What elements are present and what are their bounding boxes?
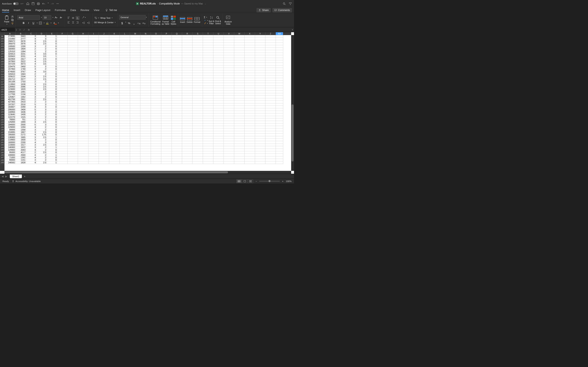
cell[interactable] <box>130 68 140 70</box>
cell[interactable] <box>224 111 234 113</box>
cell[interactable] <box>255 156 265 159</box>
cell[interactable] <box>57 68 68 70</box>
cell[interactable] <box>88 121 99 123</box>
cell[interactable]: 2.5 <box>36 98 47 101</box>
cell[interactable] <box>120 108 130 111</box>
undo-dropdown-icon[interactable]: ▾ <box>48 2 49 5</box>
cell[interactable] <box>68 50 78 53</box>
normal-view-icon[interactable] <box>236 179 242 183</box>
cell[interactable] <box>265 98 276 101</box>
add-sheet-button[interactable]: + <box>23 174 27 178</box>
cell[interactable] <box>192 60 203 63</box>
cell[interactable] <box>151 159 161 161</box>
cell[interactable] <box>57 133 68 136</box>
cell[interactable] <box>161 136 172 139</box>
cell[interactable] <box>109 103 120 106</box>
cell[interactable] <box>109 126 120 128</box>
cell[interactable]: 2096 <box>16 86 26 88</box>
cell[interactable]: 99999 <box>4 128 16 131</box>
cell[interactable] <box>224 91 234 93</box>
cell[interactable] <box>182 128 192 131</box>
cell[interactable] <box>68 151 78 154</box>
cell[interactable] <box>255 83 265 85</box>
cell[interactable] <box>203 38 213 40</box>
cell[interactable]: 1 <box>47 38 57 40</box>
cell[interactable] <box>276 48 283 50</box>
cell[interactable] <box>192 161 203 164</box>
align-bottom-icon[interactable] <box>76 16 80 20</box>
row-header[interactable]: 120 <box>0 88 4 91</box>
column-header-b[interactable]: B <box>16 32 26 35</box>
row-header[interactable]: 131 <box>0 116 4 118</box>
cell[interactable] <box>161 53 172 55</box>
cell[interactable] <box>172 66 182 68</box>
cell[interactable] <box>213 146 224 149</box>
cell[interactable] <box>140 45 151 48</box>
cell[interactable]: 0 <box>47 40 57 43</box>
cell[interactable] <box>99 106 109 108</box>
orientation-icon[interactable]: ▾ <box>82 16 86 20</box>
cell[interactable] <box>88 60 99 63</box>
underline-dropdown-icon[interactable]: ▾ <box>37 22 38 24</box>
cell[interactable]: 136900 <box>4 136 16 139</box>
cell[interactable] <box>78 70 88 73</box>
cell[interactable] <box>192 133 203 136</box>
cell[interactable] <box>203 58 213 60</box>
cell[interactable] <box>203 50 213 53</box>
cell[interactable] <box>182 101 192 103</box>
cell[interactable] <box>78 133 88 136</box>
cell[interactable] <box>203 103 213 106</box>
cell[interactable] <box>234 50 245 53</box>
cell[interactable] <box>130 146 140 149</box>
cell[interactable] <box>130 96 140 98</box>
cell[interactable] <box>265 113 276 116</box>
cell[interactable]: 0 <box>47 106 57 108</box>
cell[interactable] <box>68 133 78 136</box>
cell[interactable] <box>120 75 130 78</box>
cell[interactable] <box>68 108 78 111</box>
cell[interactable] <box>172 126 182 128</box>
cell[interactable] <box>161 113 172 116</box>
cell[interactable] <box>192 66 203 68</box>
cell[interactable] <box>68 121 78 123</box>
cell[interactable] <box>78 93 88 96</box>
share-button[interactable]: Share <box>256 8 271 12</box>
cell[interactable] <box>161 128 172 131</box>
cell[interactable] <box>255 63 265 65</box>
cell[interactable] <box>57 113 68 116</box>
cell[interactable] <box>78 96 88 98</box>
cell[interactable] <box>265 149 276 151</box>
cell[interactable] <box>203 43 213 45</box>
cell[interactable]: 0 <box>47 78 57 81</box>
cell[interactable] <box>151 146 161 149</box>
decrease-decimal-icon[interactable]: .00.0 <box>142 21 146 25</box>
cell[interactable] <box>120 68 130 70</box>
cell[interactable] <box>99 144 109 146</box>
merge-dropdown-icon[interactable]: ▾ <box>115 21 116 23</box>
cell[interactable] <box>151 50 161 53</box>
wrap-text-button[interactable]: ab Wrap Text ▾ <box>94 17 112 19</box>
borders-dropdown-icon[interactable]: ▾ <box>44 22 44 24</box>
cell[interactable] <box>120 55 130 58</box>
row-header[interactable]: 106 <box>0 53 4 55</box>
cell[interactable] <box>192 58 203 60</box>
cell[interactable] <box>213 81 224 83</box>
cell[interactable]: 1 <box>47 70 57 73</box>
cell[interactable] <box>192 106 203 108</box>
cell[interactable] <box>161 93 172 96</box>
cell[interactable] <box>68 111 78 113</box>
cell[interactable] <box>161 118 172 121</box>
cell[interactable] <box>265 93 276 96</box>
cell[interactable] <box>245 146 255 149</box>
cell[interactable] <box>182 133 192 136</box>
cell[interactable] <box>203 53 213 55</box>
cell[interactable] <box>140 141 151 143</box>
cell[interactable] <box>78 50 88 53</box>
cell[interactable] <box>172 144 182 146</box>
cell[interactable] <box>203 136 213 139</box>
cell[interactable]: 2417 <box>16 58 26 60</box>
undo-icon[interactable] <box>42 2 45 5</box>
merge-center-button[interactable]: Merge & Center ▾ <box>94 21 116 24</box>
cell[interactable] <box>130 91 140 93</box>
cell[interactable]: 2678 <box>16 43 26 45</box>
